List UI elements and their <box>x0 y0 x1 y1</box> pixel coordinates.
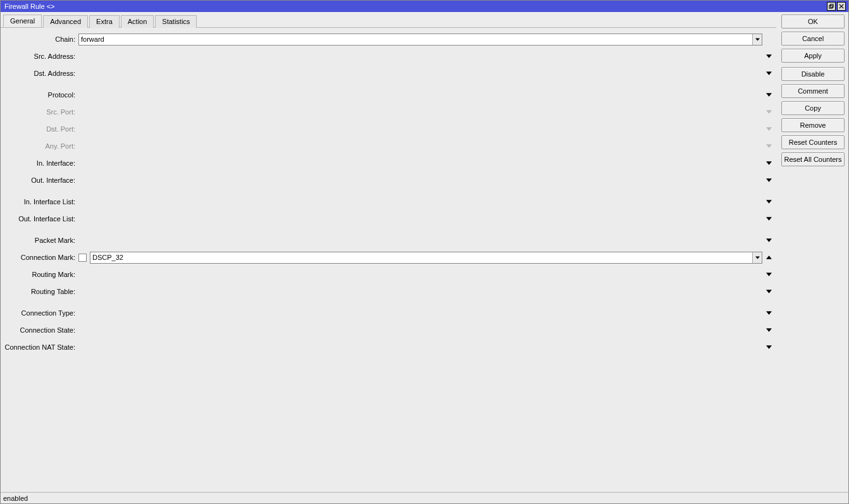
chain-input-wrap <box>78 34 762 46</box>
svg-marker-4 <box>755 38 760 40</box>
src-port-expand-icon <box>764 106 774 118</box>
tab-statistics[interactable]: Statistics <box>155 15 197 28</box>
svg-rect-0 <box>829 5 833 8</box>
connection-state-expand-icon[interactable] <box>764 324 774 336</box>
out-interface-field <box>78 175 762 187</box>
dst-address-field <box>78 68 762 80</box>
statusbar: enabled <box>1 492 848 503</box>
svg-marker-21 <box>766 328 772 331</box>
packet-mark-expand-icon[interactable] <box>764 235 774 247</box>
svg-rect-1 <box>830 4 833 8</box>
connection-nat-state-expand-icon[interactable] <box>764 341 774 353</box>
in-interface-list-field <box>78 196 762 208</box>
label-routing-mark: Routing Mark: <box>4 271 78 278</box>
out-interface-expand-icon[interactable] <box>764 175 774 187</box>
label-connection-state: Connection State: <box>4 326 78 334</box>
svg-marker-19 <box>766 290 772 293</box>
any-port-expand-icon <box>764 140 774 152</box>
label-src-port: Src. Port: <box>4 108 78 116</box>
routing-table-expand-icon[interactable] <box>764 286 774 298</box>
label-dst-port: Dst. Port: <box>4 125 78 133</box>
packet-mark-field <box>78 235 762 247</box>
in-interface-list-expand-icon[interactable] <box>764 196 774 208</box>
reset-counters-button[interactable]: Reset Counters <box>781 135 845 149</box>
label-connection-type: Connection Type: <box>4 309 78 317</box>
svg-marker-10 <box>766 144 772 147</box>
cancel-button[interactable]: Cancel <box>781 32 845 46</box>
svg-marker-7 <box>766 93 772 96</box>
any-port-field <box>78 140 762 152</box>
svg-marker-20 <box>766 311 772 314</box>
label-chain: Chain: <box>4 35 78 43</box>
connection-type-expand-icon[interactable] <box>764 307 774 319</box>
src-port-field <box>78 106 762 118</box>
label-out-interface-list: Out. Interface List: <box>4 215 78 223</box>
tab-general[interactable]: General <box>3 15 42 27</box>
tab-bar: General Advanced Extra Action Statistics <box>1 15 776 28</box>
dst-port-expand-icon <box>764 123 774 135</box>
tab-action[interactable]: Action <box>121 15 154 28</box>
out-interface-list-field <box>78 213 762 225</box>
svg-marker-18 <box>766 273 772 276</box>
form-panel: Chain: Src. Address: <box>1 28 776 492</box>
svg-marker-12 <box>766 178 772 181</box>
dst-port-field <box>78 123 762 135</box>
connection-mark-collapse-icon[interactable] <box>764 252 774 264</box>
label-out-interface: Out. Interface: <box>4 176 78 184</box>
label-connection-mark: Connection Mark: <box>4 254 78 261</box>
routing-mark-field <box>78 269 762 281</box>
copy-button[interactable]: Copy <box>781 101 845 115</box>
svg-marker-14 <box>766 217 772 220</box>
window-title: Firewall Rule <> <box>3 3 827 10</box>
svg-marker-6 <box>766 71 772 75</box>
reset-all-counters-button[interactable]: Reset All Counters <box>781 152 845 166</box>
label-routing-table: Routing Table: <box>4 288 78 295</box>
firewall-rule-window: Firewall Rule <> General Advanced Extra … <box>0 0 849 504</box>
out-interface-list-expand-icon[interactable] <box>764 213 774 225</box>
restore-button[interactable] <box>827 2 836 11</box>
tab-advanced[interactable]: Advanced <box>43 15 88 28</box>
connection-mark-dropdown-button[interactable] <box>752 252 762 263</box>
label-dst-address: Dst. Address: <box>4 70 78 77</box>
svg-marker-22 <box>766 345 772 348</box>
connection-mark-input[interactable] <box>90 252 752 263</box>
svg-marker-11 <box>766 161 772 164</box>
label-in-interface-list: In. Interface List: <box>4 198 78 206</box>
tab-extra[interactable]: Extra <box>89 15 120 28</box>
status-text: enabled <box>3 495 28 502</box>
svg-marker-13 <box>766 200 772 203</box>
in-interface-expand-icon[interactable] <box>764 157 774 169</box>
label-src-address: Src. Address: <box>4 52 78 60</box>
connection-mark-invert-checkbox[interactable] <box>78 254 87 262</box>
routing-mark-expand-icon[interactable] <box>764 269 774 281</box>
close-button[interactable] <box>837 2 846 11</box>
connection-mark-input-wrap <box>90 252 762 264</box>
in-interface-field <box>78 157 762 169</box>
routing-table-field <box>78 286 762 298</box>
label-in-interface: In. Interface: <box>4 159 78 167</box>
ok-button[interactable]: OK <box>781 15 845 28</box>
svg-marker-17 <box>766 255 772 259</box>
connection-nat-state-field <box>78 341 762 353</box>
label-protocol: Protocol: <box>4 91 78 99</box>
svg-marker-16 <box>755 256 760 259</box>
chain-dropdown-button[interactable] <box>752 34 762 45</box>
src-address-field <box>78 51 762 63</box>
protocol-expand-icon[interactable] <box>764 89 774 101</box>
chain-input[interactable] <box>79 34 752 45</box>
src-address-expand-icon[interactable] <box>764 51 774 63</box>
remove-button[interactable]: Remove <box>781 118 845 132</box>
protocol-field <box>78 89 762 101</box>
button-panel: OK Cancel Apply Disable Comment Copy Rem… <box>779 12 848 492</box>
svg-marker-9 <box>766 127 772 130</box>
apply-button[interactable]: Apply <box>781 49 845 63</box>
dst-address-expand-icon[interactable] <box>764 68 774 80</box>
comment-button[interactable]: Comment <box>781 84 845 98</box>
titlebar: Firewall Rule <> <box>1 1 848 12</box>
svg-marker-5 <box>766 54 772 58</box>
connection-type-field <box>78 307 762 319</box>
label-packet-mark: Packet Mark: <box>4 237 78 244</box>
svg-marker-15 <box>766 238 772 242</box>
disable-button[interactable]: Disable <box>781 67 845 81</box>
label-connection-nat-state: Connection NAT State: <box>4 343 78 351</box>
